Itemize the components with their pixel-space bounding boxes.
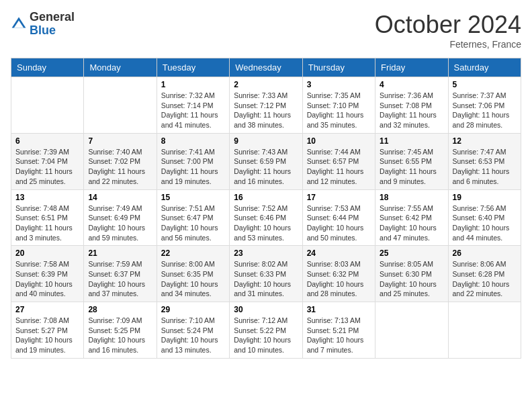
day-number: 3 [307,80,371,89]
calendar-cell: 8Sunrise: 7:41 AMSunset: 7:00 PMDaylight… [157,133,229,189]
day-detail: Sunrise: 7:44 AMSunset: 6:57 PMDaylight:… [307,147,371,187]
calendar-table: SundayMondayTuesdayWednesdayThursdayFrid… [11,58,521,359]
day-number: 28 [88,305,152,314]
calendar-cell: 29Sunrise: 7:10 AMSunset: 5:24 PMDayligh… [157,302,229,359]
calendar-week-row: 27Sunrise: 7:08 AMSunset: 5:27 PMDayligh… [11,302,521,359]
day-detail: Sunrise: 7:35 AMSunset: 7:10 PMDaylight:… [307,91,371,130]
logo-icon [11,16,27,32]
calendar-week-row: 20Sunrise: 7:58 AMSunset: 6:39 PMDayligh… [11,246,521,302]
calendar-week-row: 1Sunrise: 7:32 AMSunset: 7:14 PMDaylight… [11,77,521,134]
day-number: 7 [88,136,152,146]
day-number: 9 [234,136,298,146]
calendar-cell: 5Sunrise: 7:37 AMSunset: 7:06 PMDaylight… [448,77,521,134]
calendar-header-row: SundayMondayTuesdayWednesdayThursdayFrid… [11,58,521,77]
day-number: 6 [15,136,79,146]
calendar-cell: 16Sunrise: 7:52 AMSunset: 6:46 PMDayligh… [230,189,302,246]
calendar-cell: 22Sunrise: 8:00 AMSunset: 6:35 PMDayligh… [157,246,229,302]
calendar-cell: 30Sunrise: 7:12 AMSunset: 5:22 PMDayligh… [230,302,302,359]
day-number: 30 [234,305,298,314]
calendar-cell: 3Sunrise: 7:35 AMSunset: 7:10 PMDaylight… [302,77,375,134]
day-number: 26 [453,248,517,258]
calendar-cell [84,77,157,134]
day-detail: Sunrise: 7:52 AMSunset: 6:46 PMDaylight:… [234,203,298,243]
calendar-cell: 7Sunrise: 7:40 AMSunset: 7:02 PMDaylight… [84,133,157,189]
title-block: October 2024 Feternes, France [375,11,521,50]
day-number: 24 [307,248,371,258]
calendar-cell: 28Sunrise: 7:09 AMSunset: 5:25 PMDayligh… [84,302,157,359]
day-number: 11 [380,136,443,146]
logo: General Blue [11,11,75,38]
day-number: 22 [161,248,225,258]
day-number: 10 [307,136,371,146]
day-header-wednesday: Wednesday [230,58,302,77]
calendar-cell: 15Sunrise: 7:51 AMSunset: 6:47 PMDayligh… [157,189,229,246]
day-detail: Sunrise: 7:39 AMSunset: 7:04 PMDaylight:… [15,147,79,187]
calendar-cell: 20Sunrise: 7:58 AMSunset: 6:39 PMDayligh… [11,246,84,302]
day-number: 1 [161,80,225,89]
day-detail: Sunrise: 7:58 AMSunset: 6:39 PMDaylight:… [15,259,79,299]
day-number: 17 [307,193,371,202]
calendar-cell: 31Sunrise: 7:13 AMSunset: 5:21 PMDayligh… [302,302,375,359]
day-number: 2 [234,80,298,89]
calendar-cell: 11Sunrise: 7:45 AMSunset: 6:55 PMDayligh… [375,133,448,189]
calendar-cell: 27Sunrise: 7:08 AMSunset: 5:27 PMDayligh… [11,302,84,359]
day-detail: Sunrise: 7:53 AMSunset: 6:44 PMDaylight:… [307,203,371,243]
day-header-monday: Monday [84,58,157,77]
day-detail: Sunrise: 7:36 AMSunset: 7:08 PMDaylight:… [380,91,443,130]
day-detail: Sunrise: 7:56 AMSunset: 6:40 PMDaylight:… [453,203,517,243]
calendar-cell: 10Sunrise: 7:44 AMSunset: 6:57 PMDayligh… [302,133,375,189]
day-number: 27 [15,305,79,314]
day-detail: Sunrise: 8:06 AMSunset: 6:28 PMDaylight:… [453,259,517,299]
day-detail: Sunrise: 7:43 AMSunset: 6:59 PMDaylight:… [234,147,298,187]
day-number: 15 [161,193,225,202]
day-number: 20 [15,248,79,258]
day-number: 25 [380,248,443,258]
day-detail: Sunrise: 7:09 AMSunset: 5:25 PMDaylight:… [88,316,152,355]
day-header-friday: Friday [375,58,448,77]
day-header-thursday: Thursday [302,58,375,77]
calendar-cell: 24Sunrise: 8:03 AMSunset: 6:32 PMDayligh… [302,246,375,302]
page-header: General Blue October 2024 Feternes, Fran… [11,11,521,50]
day-detail: Sunrise: 7:55 AMSunset: 6:42 PMDaylight:… [380,203,443,243]
calendar-cell: 2Sunrise: 7:33 AMSunset: 7:12 PMDaylight… [230,77,302,134]
day-detail: Sunrise: 7:41 AMSunset: 7:00 PMDaylight:… [161,147,225,187]
day-detail: Sunrise: 8:00 AMSunset: 6:35 PMDaylight:… [161,259,225,299]
day-number: 29 [161,305,225,314]
day-detail: Sunrise: 8:05 AMSunset: 6:30 PMDaylight:… [380,259,443,299]
day-detail: Sunrise: 7:33 AMSunset: 7:12 PMDaylight:… [234,91,298,130]
calendar-cell: 18Sunrise: 7:55 AMSunset: 6:42 PMDayligh… [375,189,448,246]
calendar-cell: 1Sunrise: 7:32 AMSunset: 7:14 PMDaylight… [157,77,229,134]
location-text: Feternes, France [375,39,521,50]
day-number: 23 [234,248,298,258]
day-header-tuesday: Tuesday [157,58,229,77]
calendar-week-row: 6Sunrise: 7:39 AMSunset: 7:04 PMDaylight… [11,133,521,189]
calendar-cell: 25Sunrise: 8:05 AMSunset: 6:30 PMDayligh… [375,246,448,302]
calendar-cell: 19Sunrise: 7:56 AMSunset: 6:40 PMDayligh… [448,189,521,246]
day-detail: Sunrise: 7:47 AMSunset: 6:53 PMDaylight:… [453,147,517,187]
calendar-cell: 14Sunrise: 7:49 AMSunset: 6:49 PMDayligh… [84,189,157,246]
day-detail: Sunrise: 7:10 AMSunset: 5:24 PMDaylight:… [161,316,225,355]
calendar-cell [375,302,448,359]
calendar-cell [11,77,84,134]
month-title: October 2024 [375,11,521,39]
day-detail: Sunrise: 8:02 AMSunset: 6:33 PMDaylight:… [234,259,298,299]
calendar-cell: 12Sunrise: 7:47 AMSunset: 6:53 PMDayligh… [448,133,521,189]
day-detail: Sunrise: 7:13 AMSunset: 5:21 PMDaylight:… [307,316,371,355]
day-number: 8 [161,136,225,146]
calendar-cell [448,302,521,359]
day-number: 5 [453,80,517,89]
day-number: 14 [88,193,152,202]
day-detail: Sunrise: 7:08 AMSunset: 5:27 PMDaylight:… [15,316,79,355]
day-number: 4 [380,80,443,89]
day-number: 12 [453,136,517,146]
day-detail: Sunrise: 7:51 AMSunset: 6:47 PMDaylight:… [161,203,225,243]
day-detail: Sunrise: 7:45 AMSunset: 6:55 PMDaylight:… [380,147,443,187]
day-number: 16 [234,193,298,202]
calendar-cell: 6Sunrise: 7:39 AMSunset: 7:04 PMDaylight… [11,133,84,189]
day-detail: Sunrise: 7:37 AMSunset: 7:06 PMDaylight:… [453,91,517,130]
day-detail: Sunrise: 7:59 AMSunset: 6:37 PMDaylight:… [88,259,152,299]
day-number: 31 [307,305,371,314]
logo-blue-text: Blue [30,24,75,38]
day-number: 18 [380,193,443,202]
day-number: 19 [453,193,517,202]
